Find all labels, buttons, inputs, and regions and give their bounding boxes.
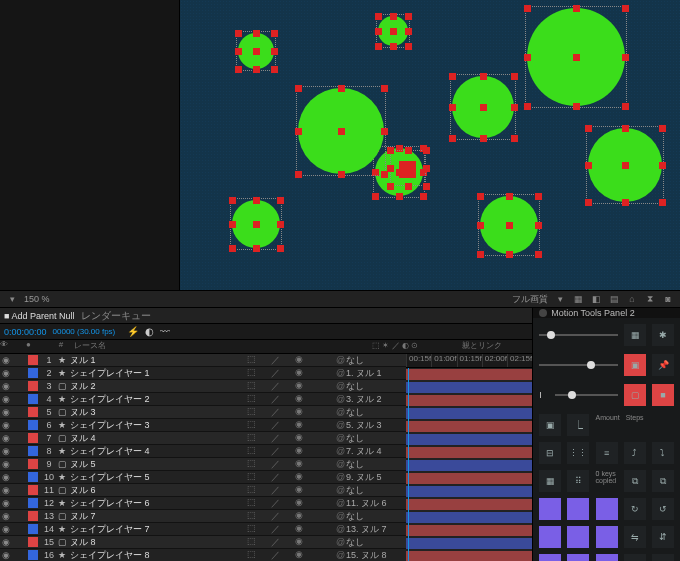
layer-track[interactable] — [406, 420, 532, 433]
paste-keys-button[interactable]: ⧉ — [652, 470, 674, 492]
rotate-cw-button[interactable]: ↻ — [624, 498, 646, 520]
layer-row[interactable]: ◉11▢ヌル 6⬚／◉@なし — [0, 484, 406, 497]
project-panel[interactable] — [0, 0, 180, 290]
layer-color-swatch[interactable] — [28, 368, 38, 378]
visibility-icon[interactable]: ◉ — [0, 394, 12, 404]
layer-switches[interactable]: ⬚／◉ — [246, 523, 336, 536]
layer-color-swatch[interactable] — [28, 420, 38, 430]
layer-row[interactable]: ◉16★シェイプレイヤー 8⬚／◉@15. ヌル 8 — [0, 549, 406, 561]
panel-tab-render[interactable]: レンダーキュー — [81, 309, 151, 323]
layer-name[interactable]: ヌル 1 — [68, 354, 246, 367]
visibility-icon[interactable]: ◉ — [0, 355, 12, 365]
purple-grid-5[interactable] — [567, 526, 589, 548]
layer-track[interactable] — [406, 524, 532, 537]
composition-viewer[interactable] — [180, 0, 680, 290]
dropdown-icon[interactable]: ▾ — [6, 293, 18, 305]
visibility-icon[interactable]: ◉ — [0, 446, 12, 456]
layer-row[interactable]: ◉4★シェイプレイヤー 2⬚／◉@3. ヌル 2 — [0, 393, 406, 406]
layer-color-swatch[interactable] — [28, 355, 38, 365]
parent-link[interactable]: @11. ヌル 6 — [336, 497, 406, 510]
current-time-indicator[interactable] — [408, 368, 409, 561]
layer-track[interactable] — [406, 550, 532, 561]
layer-name[interactable]: ヌル 6 — [68, 484, 246, 497]
layer-name[interactable]: シェイプレイヤー 8 — [68, 549, 246, 562]
layer-color-swatch[interactable] — [28, 550, 38, 560]
layer-track[interactable] — [406, 459, 532, 472]
layer-track[interactable] — [406, 394, 532, 407]
visibility-icon[interactable]: ◉ — [0, 407, 12, 417]
purple-grid-1[interactable] — [539, 498, 561, 520]
chevron-down-icon[interactable]: ▾ — [554, 293, 566, 305]
layer-track[interactable] — [406, 485, 532, 498]
layer-color-swatch[interactable] — [28, 472, 38, 482]
layer-color-swatch[interactable] — [28, 498, 38, 508]
layer-track[interactable] — [406, 407, 532, 420]
visibility-icon[interactable]: ◉ — [0, 433, 12, 443]
timecode[interactable]: 0:00:00:00 — [4, 327, 47, 337]
sequence-button[interactable]: ⊟ — [539, 442, 561, 464]
layer-track[interactable] — [406, 368, 532, 381]
trim-button[interactable]: ⎿ — [567, 414, 589, 436]
layer-row[interactable]: ◉15▢ヌル 8⬚／◉@なし — [0, 536, 406, 549]
layer-row[interactable]: ◉12★シェイプレイヤー 6⬚／◉@11. ヌル 6 — [0, 497, 406, 510]
layer-switches[interactable]: ⬚／◉ — [246, 432, 336, 445]
purple-grid-6[interactable] — [596, 526, 618, 548]
layer-color-swatch[interactable] — [28, 433, 38, 443]
anchor-grid-button[interactable]: ▦ — [624, 324, 646, 346]
visibility-icon[interactable]: ◉ — [0, 511, 12, 521]
layer-name[interactable]: シェイプレイヤー 4 — [68, 445, 246, 458]
step-up-button[interactable]: ⤴ — [624, 442, 646, 464]
flip-h-button[interactable]: ⇋ — [624, 526, 646, 548]
layer-color-swatch[interactable] — [28, 407, 38, 417]
grid3-button[interactable]: ▦ — [539, 470, 561, 492]
layer-switches[interactable]: ⬚／◉ — [246, 471, 336, 484]
visibility-icon[interactable]: ◉ — [0, 498, 12, 508]
layer-track[interactable] — [406, 433, 532, 446]
layer-row[interactable]: ◉9▢ヌル 5⬚／◉@なし — [0, 458, 406, 471]
parent-link[interactable]: @7. ヌル 4 — [336, 445, 406, 458]
purple-grid-8[interactable] — [567, 554, 589, 561]
parent-link[interactable]: @9. ヌル 5 — [336, 471, 406, 484]
layer-name[interactable]: ヌル 3 — [68, 406, 246, 419]
layer-row[interactable]: ◉6★シェイプレイヤー 3⬚／◉@5. ヌル 3 — [0, 419, 406, 432]
timeline-tracks[interactable] — [406, 368, 532, 561]
resolution-mode[interactable]: フル画質 — [512, 293, 548, 306]
layer-color-swatch[interactable] — [28, 446, 38, 456]
layer-track[interactable] — [406, 498, 532, 511]
visibility-icon[interactable]: ◉ — [0, 368, 12, 378]
flip-v-button[interactable]: ⇵ — [652, 526, 674, 548]
layer-name[interactable]: ヌル 8 — [68, 536, 246, 549]
purple-grid-9[interactable] — [596, 554, 618, 561]
visibility-icon[interactable]: ◉ — [0, 420, 12, 430]
visibility-icon[interactable]: ◉ — [0, 524, 12, 534]
panel-tab-comp[interactable]: ■ Add Parent Null — [4, 311, 75, 321]
parent-link[interactable]: @1. ヌル 1 — [336, 367, 406, 380]
snapshot-icon[interactable]: ◙ — [662, 293, 674, 305]
purple-grid-4[interactable] — [539, 526, 561, 548]
copy-keys-button[interactable]: ⧉ — [624, 470, 646, 492]
ease-in-slider[interactable] — [539, 334, 618, 336]
visibility-icon[interactable]: ◉ — [0, 550, 12, 560]
parent-link[interactable]: @なし — [336, 510, 406, 523]
layer-switches[interactable]: ⬚／◉ — [246, 367, 336, 380]
shy-icon[interactable]: ⚡ — [127, 326, 139, 337]
layer-name[interactable]: ヌル 5 — [68, 458, 246, 471]
layer-switches[interactable]: ⬚／◉ — [246, 380, 336, 393]
layer-row[interactable]: ◉3▢ヌル 2⬚／◉@なし — [0, 380, 406, 393]
layer-switches[interactable]: ⬚／◉ — [246, 458, 336, 471]
layer-name[interactable]: ヌル 7 — [68, 510, 246, 523]
layer-track[interactable] — [406, 472, 532, 485]
layer-name[interactable]: ヌル 2 — [68, 380, 246, 393]
layer-color-swatch[interactable] — [28, 394, 38, 404]
parent-link[interactable]: @5. ヌル 3 — [336, 419, 406, 432]
layer-name[interactable]: シェイプレイヤー 2 — [68, 393, 246, 406]
layer-name[interactable]: シェイプレイヤー 5 — [68, 471, 246, 484]
layer-track[interactable] — [406, 537, 532, 550]
layer-row[interactable]: ◉8★シェイプレイヤー 4⬚／◉@7. ヌル 4 — [0, 445, 406, 458]
solid-button[interactable]: ■ — [652, 384, 674, 406]
parent-link[interactable]: @なし — [336, 380, 406, 393]
layer-switches[interactable]: ⬚／◉ — [246, 536, 336, 549]
motion-blur-icon[interactable]: ◐ — [145, 326, 154, 337]
layer-name[interactable]: シェイプレイヤー 7 — [68, 523, 246, 536]
purple-grid-3[interactable] — [596, 498, 618, 520]
